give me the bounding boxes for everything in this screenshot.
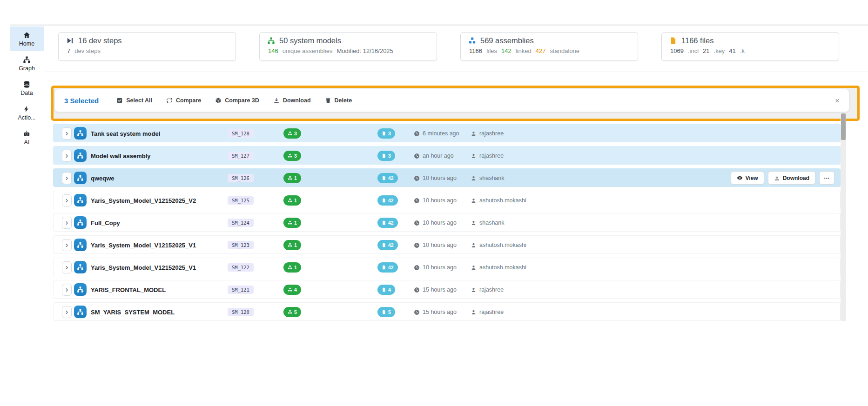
sidebar-item-label: Graph xyxy=(19,65,35,72)
compare-button[interactable]: Compare xyxy=(166,97,201,104)
model-row[interactable]: Full_Copy SM_124 1 42 10 hours ago shash… xyxy=(53,213,841,232)
sitemap-icon xyxy=(77,308,84,315)
stat-card-assemblies[interactable]: 569 assemblies 1166files142linked427stan… xyxy=(460,32,638,61)
model-name: Yaris_System_Model_V12152025_V1 xyxy=(91,236,196,254)
model-list: Tank seat system model SM_128 3 3 6 minu… xyxy=(53,124,841,325)
chevron-right-icon xyxy=(64,153,69,159)
stat-card-subtitle: 1069.incl21.key41.k xyxy=(670,47,831,54)
assembly-count: 1 xyxy=(294,220,297,226)
model-row[interactable]: Yaris_System_Model_V12152025_V2 SM_125 1… xyxy=(53,191,841,209)
database-icon xyxy=(23,80,31,88)
selection-toolbar: 3 Selected Select All Compare Compare 3D… xyxy=(54,89,849,112)
modified-time: 10 hours ago xyxy=(414,236,457,254)
stat-card-dev-steps[interactable]: 16 dev steps 7dev steps xyxy=(58,32,236,61)
stat-card-files[interactable]: 1166 files 1069.incl21.key41.k xyxy=(661,32,839,61)
more-actions-button[interactable]: ⋯ xyxy=(819,171,834,185)
modified-time-label: 10 hours ago xyxy=(423,197,457,204)
modified-time: 10 hours ago xyxy=(414,191,457,210)
clock-icon xyxy=(414,131,420,137)
clock-icon xyxy=(414,153,420,159)
vertical-scrollbar[interactable] xyxy=(841,113,846,321)
chevron-right-icon xyxy=(64,131,69,136)
sidebar-item-data[interactable]: Data xyxy=(10,76,44,100)
model-name: Full_Copy xyxy=(91,213,120,232)
model-id-badge: SM_122 xyxy=(228,263,254,272)
compare-3d-button[interactable]: Compare 3D xyxy=(215,97,259,104)
stat-card-title: 16 dev steps xyxy=(78,36,122,45)
stat-subtitle-part: 427 xyxy=(536,47,546,54)
model-row[interactable]: Tank seat system model SM_128 3 3 6 minu… xyxy=(53,124,841,142)
stat-card-title: 569 assemblies xyxy=(480,36,534,45)
owner-label: rajashree xyxy=(479,153,504,159)
expand-row-button[interactable] xyxy=(62,194,72,206)
expand-row-button[interactable] xyxy=(62,150,72,162)
sitemap-icon xyxy=(77,264,84,271)
sitemap-icon xyxy=(77,286,84,293)
expand-row-button[interactable] xyxy=(62,127,72,140)
model-id-badge: SM_120 xyxy=(228,308,254,316)
modified-time: 15 hours ago xyxy=(414,303,457,321)
person-icon xyxy=(471,198,477,204)
clock-icon xyxy=(414,175,420,181)
sidebar-item-home[interactable]: Home xyxy=(10,27,44,51)
assembly-count: 1 xyxy=(294,242,297,248)
delete-button[interactable]: Delete xyxy=(325,97,352,104)
sidebar-item-ai[interactable]: AI xyxy=(10,125,44,150)
person-icon xyxy=(471,175,477,181)
owner-label: ashutosh.mokashi xyxy=(479,197,526,204)
file-count-badge: 3 xyxy=(377,151,395,161)
model-row[interactable]: YARIS_FRONTAL_MODEL SM_121 4 4 15 hours … xyxy=(53,280,841,299)
expand-row-button[interactable] xyxy=(62,284,72,296)
modified-time-label: 10 hours ago xyxy=(423,175,457,181)
stat-card-title: 1166 files xyxy=(681,36,713,45)
sitemap-icon xyxy=(77,241,84,248)
assembly-count: 1 xyxy=(294,198,297,203)
sidebar-item-graph[interactable]: Graph xyxy=(10,51,44,76)
download-button[interactable]: Download xyxy=(273,97,311,104)
expand-row-button[interactable] xyxy=(62,261,72,273)
chevron-right-icon xyxy=(64,310,69,315)
modified-time-label: 10 hours ago xyxy=(423,242,457,248)
stat-subtitle-part: dev steps xyxy=(74,47,101,54)
scrollbar-thumb[interactable] xyxy=(841,113,846,140)
stat-subtitle-part: Modified: 12/16/2025 xyxy=(336,47,393,54)
expand-row-button[interactable] xyxy=(62,306,72,318)
assemblies-icon xyxy=(288,243,292,247)
sidebar-item-label: Home xyxy=(19,40,34,47)
model-row[interactable]: qweqwe SM_126 1 42 10 hours ago shashank… xyxy=(53,168,841,187)
expand-row-button[interactable] xyxy=(62,217,72,229)
owner: rajashree xyxy=(471,280,504,299)
modified-time-label: an hour ago xyxy=(423,153,454,159)
model-row[interactable]: Yaris_System_Model_V12152025_V1 SM_123 1… xyxy=(53,235,841,254)
clock-icon xyxy=(414,287,420,293)
stat-card-system-models[interactable]: 50 system models 146unique assembliesMod… xyxy=(259,32,437,61)
model-id-badge: SM_128 xyxy=(228,129,254,138)
close-selection-toolbar-button[interactable]: × xyxy=(835,97,840,105)
stat-subtitle-part: 7 xyxy=(67,47,70,54)
clock-icon xyxy=(414,242,420,248)
view-button[interactable]: View xyxy=(731,171,764,185)
model-row[interactable]: Yaris_System_Model_V12152025_V1 SM_122 1… xyxy=(53,258,841,276)
model-row[interactable]: SM_YARIS_SYSTEM_MODEL SM_120 5 5 15 hour… xyxy=(53,302,841,321)
chevron-right-icon xyxy=(64,198,69,203)
expand-row-button[interactable] xyxy=(62,172,72,184)
model-row[interactable]: Model wall assembly SM_127 3 3 an hour a… xyxy=(53,146,841,165)
owner: ashutosh.mokashi xyxy=(471,191,526,210)
select-all-button[interactable]: Select All xyxy=(116,97,152,104)
modified-time-label: 10 hours ago xyxy=(423,264,457,271)
expand-row-button[interactable] xyxy=(62,239,72,251)
stat-subtitle-part: standalone xyxy=(550,47,579,54)
modified-time: 15 hours ago xyxy=(414,280,457,299)
modified-time: 6 minutes ago xyxy=(414,124,459,143)
assembly-count-badge: 1 xyxy=(283,173,301,183)
sidebar-item-label: Data xyxy=(20,90,33,96)
owner-label: rajashree xyxy=(479,130,504,137)
sitemap-icon xyxy=(77,219,84,226)
chevron-right-icon xyxy=(64,287,69,293)
row-download-button[interactable]: Download xyxy=(768,171,815,185)
system-model-icon xyxy=(74,306,87,318)
sidebar-item-actions[interactable]: Actio... xyxy=(10,100,44,125)
modified-time-label: 6 minutes ago xyxy=(423,130,459,137)
file-count-badge: 42 xyxy=(377,262,398,273)
stat-card-title: 50 system models xyxy=(279,36,341,45)
